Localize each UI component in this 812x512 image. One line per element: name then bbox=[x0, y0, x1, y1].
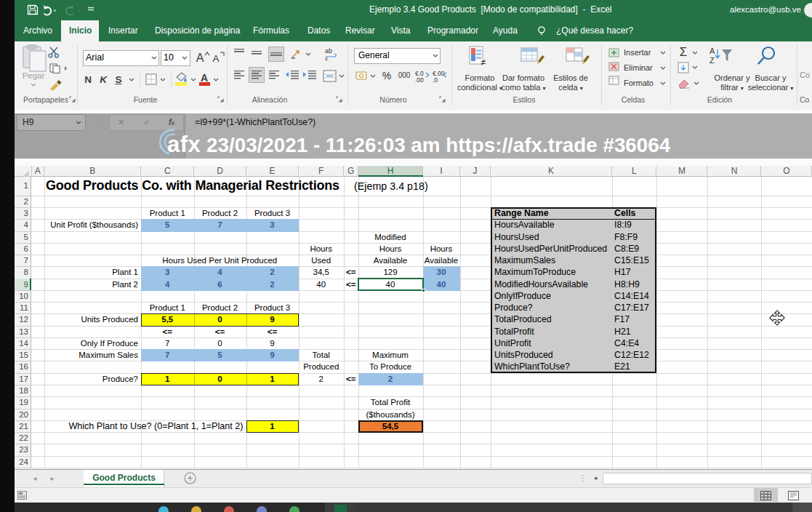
svg-text:c: c bbox=[325, 55, 328, 61]
svg-text:.00: .00 bbox=[415, 76, 424, 83]
svg-text:≠: ≠ bbox=[481, 57, 486, 67]
svg-text:ab: ab bbox=[325, 47, 332, 55]
svg-text:A: A bbox=[710, 47, 715, 55]
svg-text:Z: Z bbox=[710, 56, 715, 65]
svg-text:.0: .0 bbox=[433, 76, 438, 83]
